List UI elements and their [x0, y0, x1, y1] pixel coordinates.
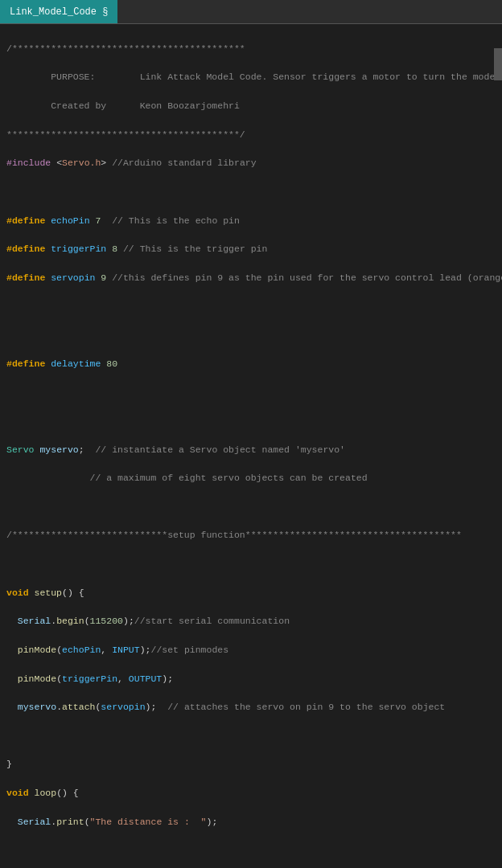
scrollbar[interactable] — [494, 48, 502, 80]
tab-bar: Link_Model_Code § — [0, 0, 502, 24]
tab-label: Link_Model_Code § — [10, 6, 108, 18]
code-editor: /***************************************… — [0, 24, 502, 868]
active-tab[interactable]: Link_Model_Code § — [0, 0, 117, 23]
